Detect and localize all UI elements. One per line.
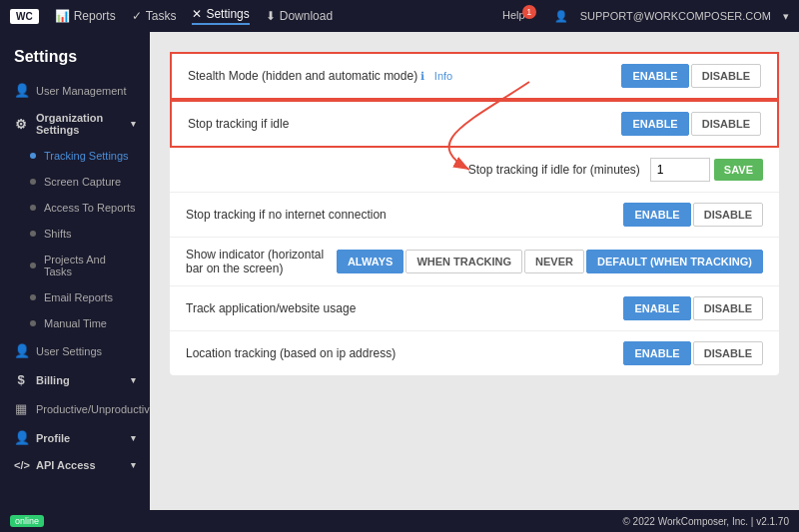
org-settings-chevron: ▾ [131,119,136,129]
nav-settings[interactable]: ✕ Settings [192,7,249,25]
location-tracking-row: Location tracking (based on ip address) … [170,331,779,375]
profile-chevron: ▾ [131,433,136,443]
sidebar-item-email-reports[interactable]: Email Reports [0,284,150,310]
sidebar-section-profile[interactable]: 👤 Profile ▾ [0,423,150,452]
stealth-mode-label: Stealth Mode (hidden and automatic mode)… [188,69,621,83]
sidebar-label-productive: Productive/Unproductive [36,403,150,415]
billing-chevron: ▾ [131,375,136,385]
user-mgmt-icon: 👤 [14,83,28,98]
help-badge: 1 [522,5,536,19]
sidebar-item-user-settings[interactable]: 👤 User Settings [0,336,150,365]
sidebar: Settings 👤 User Management ⚙ Organizatio… [0,32,150,510]
location-tracking-enable-button[interactable]: ENABLE [623,341,690,365]
sidebar-item-access-reports[interactable]: Access To Reports [0,195,150,221]
profile-icon: 👤 [14,430,28,445]
sidebar-label-billing: Billing [36,374,70,386]
sidebar-label-access-reports: Access To Reports [44,202,136,214]
user-menu-chevron[interactable]: ▾ [783,10,789,23]
app-logo: WC [10,9,39,24]
sidebar-item-tracking-settings[interactable]: Tracking Settings [0,143,150,169]
sidebar-label-email-reports: Email Reports [44,291,113,303]
stop-tracking-idle-buttons: ENABLE DISABLE [621,112,761,136]
show-indicator-default-button[interactable]: DEFAULT (WHEN TRACKING) [586,250,763,273]
sidebar-label-org-settings: Organization Settings [36,112,123,136]
copyright-text: © 2022 WorkComposer, Inc. | v2.1.70 [622,516,789,527]
stealth-info-icon: ℹ [420,70,424,82]
stealth-mode-enable-button[interactable]: ENABLE [621,64,688,88]
stop-tracking-idle-row: Stop tracking if idle ENABLE DISABLE [170,100,779,148]
sidebar-section-billing[interactable]: $ Billing ▾ [0,365,150,394]
location-tracking-disable-button[interactable]: DISABLE [693,341,763,365]
productive-icon: ▦ [14,401,28,416]
location-tracking-buttons: ENABLE DISABLE [623,341,763,365]
sidebar-item-manual-time[interactable]: Manual Time [0,310,150,336]
sidebar-label-tracking-settings: Tracking Settings [44,150,129,162]
sidebar-item-projects-tasks[interactable]: Projects And Tasks [0,247,150,284]
sidebar-label-shifts: Shifts [44,228,72,240]
sidebar-label-projects-tasks: Projects And Tasks [44,254,136,277]
no-internet-label: Stop tracking if no internet connection [186,208,623,222]
show-indicator-always-button[interactable]: ALWAYS [337,250,403,273]
tracking-dot [30,153,36,159]
manual-time-dot [30,320,36,326]
idle-minutes-row: Stop tracking if idle for (minutes) SAVE [170,148,779,193]
settings-section: Stealth Mode (hidden and automatic mode)… [170,52,779,375]
sidebar-item-user-management[interactable]: 👤 User Management [0,76,150,105]
access-reports-dot [30,205,36,211]
bottom-bar: online © 2022 WorkComposer, Inc. | v2.1.… [0,510,799,532]
tasks-icon: ✓ [132,9,142,23]
content-area: Stealth Mode (hidden and automatic mode)… [150,32,799,510]
sidebar-label-user-management: User Management [36,85,127,97]
settings-nav-icon: ✕ [192,7,202,21]
shifts-dot [30,231,36,237]
sidebar-label-user-settings: User Settings [36,345,102,357]
stealth-info-link[interactable]: Info [434,70,452,82]
sidebar-item-productive[interactable]: ▦ Productive/Unproductive [0,394,150,423]
no-internet-row: Stop tracking if no internet connection … [170,193,779,238]
user-icon: 👤 [554,10,568,23]
stop-tracking-idle-enable-button[interactable]: ENABLE [621,112,688,136]
stealth-mode-buttons: ENABLE DISABLE [621,64,761,88]
nav-download[interactable]: ⬇ Download [266,9,333,23]
no-internet-disable-button[interactable]: DISABLE [693,203,763,227]
sidebar-item-screen-capture[interactable]: Screen Capture [0,169,150,195]
sidebar-item-shifts[interactable]: Shifts [0,221,150,247]
sidebar-section-org-settings[interactable]: ⚙ Organization Settings ▾ [0,105,150,143]
stop-tracking-idle-disable-button[interactable]: DISABLE [691,112,761,136]
location-tracking-label: Location tracking (based on ip address) [186,346,623,360]
track-usage-buttons: ENABLE DISABLE [623,296,763,320]
track-usage-enable-button[interactable]: ENABLE [623,296,690,320]
sidebar-label-screen-capture: Screen Capture [44,176,121,188]
sidebar-title: Settings [0,32,150,76]
show-indicator-label: Show indicator (horizontal bar on the sc… [186,248,337,275]
show-indicator-row: Show indicator (horizontal bar on the sc… [170,238,779,286]
idle-minutes-label: Stop tracking if idle for (minutes) [186,163,650,177]
show-indicator-never-button[interactable]: NEVER [524,250,584,273]
api-chevron: ▾ [131,460,136,470]
track-usage-label: Track application/website usage [186,301,623,315]
idle-minutes-save-button[interactable]: SAVE [714,159,763,181]
track-usage-disable-button[interactable]: DISABLE [693,296,763,320]
main-layout: Settings 👤 User Management ⚙ Organizatio… [0,32,799,510]
sidebar-label-manual-time: Manual Time [44,317,107,329]
screen-capture-dot [30,179,36,185]
user-email: SUPPORT@WORKCOMPOSER.COM [580,10,771,22]
nav-tasks[interactable]: ✓ Tasks [132,9,177,23]
sidebar-label-api-access: API Access [36,459,96,471]
no-internet-buttons: ENABLE DISABLE [623,203,763,227]
sidebar-label-profile: Profile [36,432,70,444]
download-icon: ⬇ [266,9,276,23]
nav-reports[interactable]: 📊 Reports [55,9,116,23]
idle-minutes-input[interactable] [650,158,710,182]
help-button[interactable]: Help 1 [502,9,542,23]
reports-icon: 📊 [55,9,70,23]
sidebar-section-api-access[interactable]: </> API Access ▾ [0,452,150,478]
stealth-mode-row: Stealth Mode (hidden and automatic mode)… [170,52,779,100]
top-nav-right: Help 1 👤 SUPPORT@WORKCOMPOSER.COM ▾ [502,9,789,23]
org-settings-icon: ⚙ [14,117,28,132]
settings-content-wrapper: Stealth Mode (hidden and automatic mode)… [170,52,779,375]
online-badge: online [10,515,44,527]
no-internet-enable-button[interactable]: ENABLE [623,203,690,227]
stealth-mode-disable-button[interactable]: DISABLE [691,64,761,88]
show-indicator-when-tracking-button[interactable]: WHEN TRACKING [405,250,522,273]
